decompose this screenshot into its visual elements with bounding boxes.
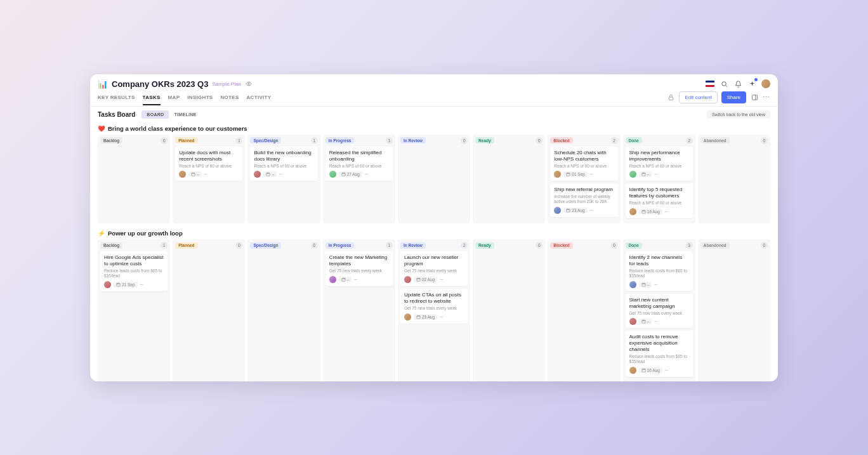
- due-date-pill[interactable]: 18 Aug: [639, 209, 662, 214]
- column-header: Backlog0: [100, 137, 168, 144]
- status-badge: In Review: [400, 242, 426, 249]
- due-date-pill[interactable]: –: [639, 171, 652, 177]
- card-more-icon[interactable]: –: [440, 277, 443, 282]
- assignee-avatar[interactable]: [329, 171, 336, 178]
- assignee-avatar[interactable]: [179, 171, 186, 178]
- panel-toggle-icon[interactable]: [750, 93, 759, 102]
- app-window: 📊 Company OKRs 2023 Q3 Sample Plan KEY R…: [90, 74, 778, 381]
- view-toggle: BOARDTIMELINE: [141, 110, 201, 119]
- assignee-avatar[interactable]: [629, 208, 636, 215]
- task-card[interactable]: Create the new Marketing templatesGet 75…: [326, 251, 393, 286]
- task-card[interactable]: Identify top 5 requested features by cus…: [626, 183, 693, 218]
- search-icon[interactable]: [720, 79, 728, 88]
- card-more-icon[interactable]: –: [354, 277, 357, 282]
- view-board[interactable]: BOARD: [141, 110, 169, 119]
- task-card[interactable]: Update docs with most recent screenshots…: [175, 147, 242, 181]
- tab-map[interactable]: MAP: [168, 92, 180, 105]
- due-date-pill[interactable]: –: [639, 319, 652, 324]
- assignee-avatar[interactable]: [629, 367, 636, 374]
- column-header: Ready0: [475, 242, 542, 249]
- assignee-avatar[interactable]: [404, 276, 411, 283]
- view-timeline[interactable]: TIMELINE: [169, 110, 201, 119]
- card-more-icon[interactable]: –: [204, 171, 207, 177]
- assignee-avatar[interactable]: [254, 171, 261, 178]
- task-card[interactable]: Audit costs to remove expensive acquisit…: [626, 331, 693, 377]
- status-badge: Abandoned: [700, 137, 730, 143]
- task-card[interactable]: Schedule 20 chats with low-NPS customers…: [550, 147, 617, 181]
- task-card[interactable]: Build the new onboarding docs libraryRea…: [250, 147, 317, 181]
- due-date-pill[interactable]: 02 Aug: [414, 277, 437, 282]
- assignee-avatar[interactable]: [104, 281, 111, 288]
- task-card[interactable]: Identify 2 new channels for leadsReduce …: [626, 251, 693, 291]
- nav-actions: Edit content Share ⋯: [666, 91, 770, 106]
- task-card[interactable]: Launch our new reseller programGet 75 ne…: [400, 251, 468, 286]
- language-flag-icon[interactable]: [706, 81, 714, 87]
- due-date-pill[interactable]: 27 Aug: [339, 171, 362, 177]
- sparkle-icon[interactable]: [747, 79, 756, 88]
- tab-notes[interactable]: NOTES: [220, 92, 239, 105]
- card-subtitle: Get 75 new trials every week: [329, 268, 389, 274]
- assignee-avatar[interactable]: [629, 281, 636, 288]
- nav-tabs: KEY RESULTSTASKSMAPINSIGHTSNOTESACTIVITY: [98, 92, 271, 105]
- column-ready: Ready0: [473, 239, 545, 381]
- task-card[interactable]: Ship new performance improvementsReach a…: [626, 147, 693, 181]
- due-date-pill[interactable]: 21 Sep: [114, 282, 138, 287]
- visibility-icon[interactable]: [245, 80, 253, 88]
- bell-icon[interactable]: [733, 79, 742, 88]
- column-specdesign: Spec/Design1Build the new onboarding doc…: [247, 135, 320, 224]
- due-date-pill[interactable]: –: [263, 171, 277, 177]
- subheader-left: Tasks Board BOARDTIMELINE: [98, 110, 202, 119]
- card-more-icon[interactable]: –: [440, 314, 443, 320]
- due-date-pill[interactable]: 23 Aug: [563, 208, 587, 213]
- card-footer: 21 Sep–: [104, 281, 164, 288]
- status-badge: In Progress: [326, 137, 355, 143]
- due-date-pill[interactable]: –: [339, 277, 352, 282]
- assignee-avatar[interactable]: [329, 276, 336, 283]
- card-more-icon[interactable]: –: [365, 171, 368, 177]
- columns-row: Backlog0Planned1Update docs with most re…: [98, 135, 770, 224]
- due-date-pill[interactable]: 16 Aug: [639, 367, 662, 373]
- due-date-pill[interactable]: 23 Aug: [414, 314, 437, 320]
- card-more-icon[interactable]: –: [654, 171, 657, 177]
- tab-activity[interactable]: ACTIVITY: [247, 92, 272, 105]
- card-more-icon[interactable]: –: [140, 282, 143, 287]
- due-date-pill[interactable]: –: [188, 171, 202, 177]
- switch-old-view-link[interactable]: Switch back to the old view: [707, 110, 770, 119]
- header-bar: 📊 Company OKRs 2023 Q3 Sample Plan: [90, 74, 778, 89]
- column-inprogress: In Progress1Create the new Marketing tem…: [323, 239, 395, 381]
- task-card[interactable]: Ship new referral programIncrease the nu…: [550, 183, 617, 217]
- card-more-icon[interactable]: –: [279, 171, 282, 177]
- task-card[interactable]: Update CTAs on all posts to redirect to …: [400, 289, 468, 324]
- due-date-pill[interactable]: –: [639, 282, 652, 287]
- plan-badge[interactable]: Sample Plan: [212, 81, 240, 87]
- svg-rect-5: [266, 173, 270, 176]
- lock-icon[interactable]: [666, 93, 675, 102]
- card-more-icon[interactable]: –: [654, 319, 657, 324]
- card-more-icon[interactable]: –: [654, 282, 657, 287]
- card-more-icon[interactable]: –: [665, 367, 668, 373]
- task-card[interactable]: Hire Google Ads specialist to optimize c…: [100, 251, 168, 291]
- assignee-avatar[interactable]: [554, 171, 561, 178]
- more-menu-icon[interactable]: ⋯: [763, 93, 770, 102]
- edit-content-button[interactable]: Edit content: [679, 91, 717, 103]
- tab-key-results[interactable]: KEY RESULTS: [98, 92, 135, 105]
- assignee-avatar[interactable]: [629, 318, 636, 325]
- tab-tasks[interactable]: TASKS: [143, 92, 161, 105]
- share-button[interactable]: Share: [721, 91, 746, 103]
- user-avatar[interactable]: [761, 79, 770, 88]
- assignee-avatar[interactable]: [404, 313, 411, 320]
- due-date-pill[interactable]: 01 Sep: [563, 171, 588, 177]
- card-subtitle: Get 75 new trials every week: [404, 268, 464, 274]
- assignee-avatar[interactable]: [629, 171, 636, 178]
- column-blocked: Blocked2Schedule 20 chats with low-NPS c…: [548, 135, 620, 224]
- task-card[interactable]: Start new content marketing campaignGet …: [626, 294, 693, 329]
- card-more-icon[interactable]: –: [665, 209, 668, 214]
- tab-insights[interactable]: INSIGHTS: [187, 92, 213, 105]
- card-more-icon[interactable]: –: [590, 208, 593, 213]
- task-card[interactable]: Released the simplified onboardingReach …: [326, 147, 393, 181]
- card-more-icon[interactable]: –: [590, 171, 593, 177]
- column-header: In Review0: [400, 137, 468, 144]
- card-subtitle: Reach a NPS of 60 or above: [179, 164, 239, 169]
- assignee-avatar[interactable]: [554, 207, 561, 214]
- card-subtitle: Reach a NPS of 60 or above: [629, 201, 689, 206]
